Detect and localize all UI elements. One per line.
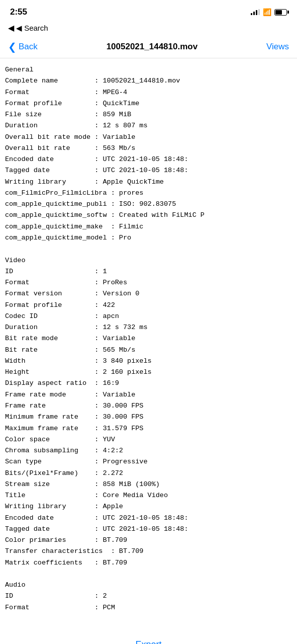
status-icons: 📶 bbox=[251, 8, 287, 16]
views-button[interactable]: Views bbox=[266, 42, 289, 52]
page-title: 10052021_144810.mov bbox=[107, 42, 198, 52]
export-button[interactable]: Export bbox=[135, 639, 161, 644]
wifi-icon: 📶 bbox=[263, 8, 271, 16]
search-label: ◀ Search bbox=[16, 24, 48, 33]
back-chevron-icon: ❮ bbox=[8, 41, 17, 53]
content-area: General Complete name : 10052021_144810.… bbox=[0, 58, 297, 633]
export-container: Export bbox=[0, 633, 297, 644]
battery-icon bbox=[274, 9, 287, 16]
chevron-left-icon: ◀ bbox=[8, 23, 14, 33]
back-label: Back bbox=[19, 42, 38, 52]
search-back-button[interactable]: ◀ ◀ Search bbox=[8, 23, 289, 33]
nav-bar: ❮ Back 10052021_144810.mov Views bbox=[0, 37, 297, 58]
back-button[interactable]: ❮ Back bbox=[8, 41, 38, 53]
signal-icon bbox=[251, 9, 260, 15]
media-info-text: General Complete name : 10052021_144810.… bbox=[5, 64, 292, 613]
search-bar: ◀ ◀ Search bbox=[0, 21, 297, 37]
status-time: 2:55 bbox=[10, 7, 27, 17]
status-bar: 2:55 📶 bbox=[0, 0, 297, 21]
